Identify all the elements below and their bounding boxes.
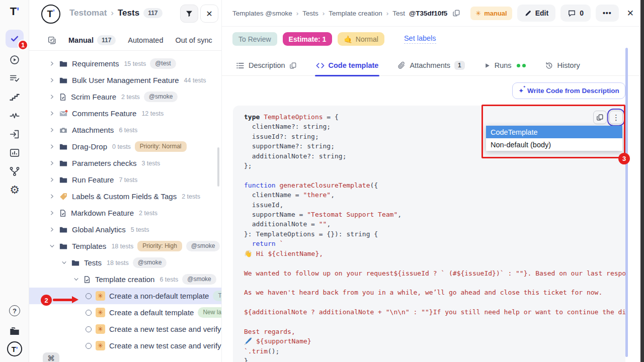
bulk-select-icon[interactable] xyxy=(47,36,56,45)
set-labels-link[interactable]: Set labels xyxy=(404,34,436,44)
tree-suite-row[interactable]: Scrim Feaure2 tests@smoke xyxy=(29,88,221,105)
code-line: As we haven't heard back from you in a w… xyxy=(244,288,625,297)
tree-item-count: 5 tests xyxy=(131,226,149,233)
detail-header: Templates @smoke› Tests› Template creati… xyxy=(222,0,640,27)
folder-icon xyxy=(59,59,68,68)
tree-test-row[interactable]: ✳Create a default templateNew labe xyxy=(29,304,221,321)
tree-suite-row[interactable]: Global Analytics5 tests xyxy=(29,221,221,238)
annotation-box-3 xyxy=(481,105,625,158)
run-status-dots xyxy=(517,64,526,67)
crumb-templates[interactable]: Templates @smoke xyxy=(232,10,292,17)
rail-item-projects-folder-icon[interactable] xyxy=(6,322,24,340)
rail-item-list-check-icon[interactable] xyxy=(6,69,24,87)
tab-description[interactable]: Description xyxy=(236,55,297,76)
tree-suite-row[interactable]: Template creation6 tests@smoke xyxy=(29,271,221,288)
tree-suite-row[interactable]: Requirements15 tests@test xyxy=(29,55,221,72)
chevron-right-icon[interactable] xyxy=(49,227,55,232)
tab-automated[interactable]: Automated xyxy=(128,36,163,44)
rail-item-sign-in-icon[interactable] xyxy=(6,125,24,143)
tree-suite-row[interactable]: Drag-Drop0 testsPriority: Normal xyxy=(29,138,221,155)
window-edge xyxy=(640,0,644,362)
annotation-step-2: 2 xyxy=(41,295,52,306)
chevron-right-icon[interactable] xyxy=(49,61,55,66)
code-line: }: TemplateOptions = {}): string { xyxy=(244,229,625,239)
tree-suite-row[interactable]: Tests18 tests@smoke xyxy=(29,254,221,271)
chevron-right-icon[interactable] xyxy=(49,177,55,183)
tree-item-label: Comments Feature xyxy=(72,109,136,118)
more-actions-button[interactable]: ••• xyxy=(596,5,619,22)
chevron-down-icon[interactable] xyxy=(61,260,67,265)
command-shortcut-chip[interactable]: ⌘ xyxy=(43,352,59,362)
folder-icon xyxy=(71,258,80,267)
tag-badge: Priority: High xyxy=(137,241,182,251)
breadcrumb-app[interactable]: Testomat xyxy=(69,8,107,18)
rail-item-pulse-icon[interactable] xyxy=(6,107,24,125)
filter-icon xyxy=(185,10,193,18)
code-line: supportName = "Testomat Support Team", xyxy=(244,210,625,219)
tab-code-template[interactable]: Code template xyxy=(316,55,379,76)
chevron-right-icon[interactable] xyxy=(49,194,55,199)
chevron-down-icon[interactable] xyxy=(73,277,79,282)
tree-item-label: Drag-Drop xyxy=(72,142,107,151)
tree-suite-row[interactable]: Attachments6 tests xyxy=(29,122,221,138)
tree-suite-row[interactable]: Bulk User Management Feature44 tests xyxy=(29,72,221,88)
code-icon xyxy=(316,61,325,70)
code-line: }; xyxy=(244,161,625,170)
ai-sparkles-icon: ✦✦ xyxy=(518,87,524,94)
label-badge-to-review[interactable]: To Review xyxy=(232,32,277,46)
detail-scrollbar[interactable] xyxy=(625,48,628,357)
rail-item-bar-chart-icon[interactable] xyxy=(6,144,24,162)
rail-item-gear-icon[interactable]: ⚙ xyxy=(6,181,24,199)
close-detail-button[interactable]: ✕ xyxy=(624,8,637,19)
copy-test-id-icon[interactable] xyxy=(452,9,460,17)
chevron-right-icon[interactable] xyxy=(49,160,55,166)
tab-history[interactable]: History xyxy=(545,55,580,76)
app-logo-icon[interactable]: T' xyxy=(0,5,29,18)
label-badge-normal[interactable]: 🤙Normal xyxy=(338,32,384,46)
tree-suite-row[interactable]: Markdown Feature2 tests xyxy=(29,205,221,221)
edit-button[interactable]: Edit xyxy=(517,5,555,22)
tree-scrollbar[interactable] xyxy=(217,147,219,187)
chevron-down-icon[interactable] xyxy=(49,243,55,249)
tab-out-of-sync[interactable]: Out of sync xyxy=(175,36,212,44)
code-line: function generateClosureTemplate({ xyxy=(244,180,625,190)
annotation-step-3: 3 xyxy=(618,153,630,164)
chevron-right-icon[interactable] xyxy=(49,94,55,100)
write-code-from-description-button[interactable]: ✦✦ Write Code from Description xyxy=(512,82,625,99)
close-tests-panel-button[interactable]: ✕ xyxy=(200,5,218,23)
tree-suite-row[interactable]: Parameters checks3 tests xyxy=(29,155,221,171)
tree-item-count: 12 tests xyxy=(141,110,164,117)
copy-description-icon[interactable] xyxy=(289,62,297,69)
filter-button[interactable] xyxy=(180,5,198,23)
tree-suite-row[interactable]: Labels & Custom Fields & Tags2 tests xyxy=(29,188,221,205)
chevron-right-icon[interactable] xyxy=(49,210,55,216)
tab-label: Manual xyxy=(68,36,94,44)
tree-item-count: 7 tests xyxy=(119,176,137,184)
tests-panel: T' Testomat › Tests 117 ✕ Manual117Autom… xyxy=(29,0,221,362)
chevron-right-icon[interactable] xyxy=(49,127,55,133)
tree-test-row[interactable]: ✳Create a non-default templateTo xyxy=(29,288,221,304)
chevron-right-icon[interactable] xyxy=(49,111,55,116)
tree-suite-row[interactable]: Run Feature7 tests xyxy=(29,171,221,188)
tree-item-count: 3 tests xyxy=(141,160,160,167)
rail-item-testomat-logo-icon[interactable]: T' xyxy=(6,340,24,358)
tab-manual[interactable]: Manual117 xyxy=(68,35,116,45)
rail-item-steps-icon[interactable] xyxy=(6,88,24,106)
chevron-right-icon[interactable] xyxy=(49,77,55,83)
tab-runs[interactable]: Runs xyxy=(484,55,526,76)
tree-suite-row[interactable]: Comments Feature12 tests xyxy=(29,105,221,122)
rail-item-branch-icon[interactable] xyxy=(6,162,24,180)
tree-test-row[interactable]: ✳Create a new test case and verify xyxy=(29,321,221,337)
chevron-right-icon[interactable] xyxy=(49,144,55,149)
crumb-template-creation[interactable]: Template creation xyxy=(329,10,382,17)
rail-item-help-icon[interactable]: ? xyxy=(6,302,24,320)
tab-attachments[interactable]: Attachments1 xyxy=(397,55,464,76)
label-badge-estimate-1[interactable]: Estimate: 1 xyxy=(283,32,333,46)
tree-suite-row[interactable]: Templates18 testsPriority: High@smoke xyxy=(29,238,221,254)
testomat-logo-icon[interactable]: T' xyxy=(41,5,60,24)
comments-button[interactable]: 0 xyxy=(560,5,591,22)
crumb-tests[interactable]: Tests xyxy=(302,10,318,17)
annotation-arrow-head xyxy=(72,296,78,303)
tree-test-row[interactable]: ✳Create a new test case and verify xyxy=(29,337,221,354)
rail-item-play-circle-icon[interactable] xyxy=(6,51,24,69)
